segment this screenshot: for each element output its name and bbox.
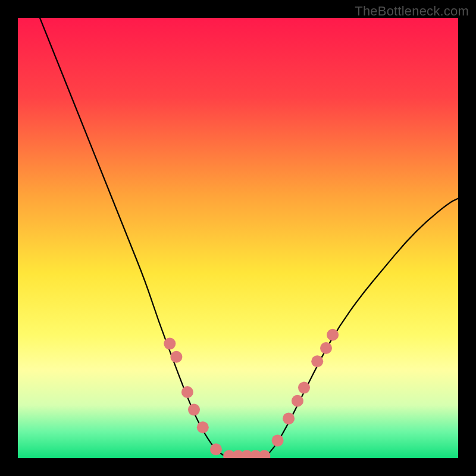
plot-area — [18, 18, 458, 458]
marker-dot — [181, 386, 193, 398]
marker-dot — [272, 434, 284, 446]
watermark-label: TheBottleneck.com — [355, 4, 469, 19]
marker-dot — [210, 443, 222, 455]
marker-dot — [298, 382, 310, 394]
marker-dot — [188, 404, 200, 416]
marker-dot — [311, 355, 323, 367]
marker-dot — [292, 395, 303, 407]
chart-svg — [18, 18, 458, 458]
marker-dot — [170, 351, 182, 363]
marker-dot — [164, 338, 176, 350]
marker-dot — [283, 412, 295, 424]
marker-dot — [320, 342, 332, 354]
marker-dot — [327, 329, 339, 341]
marker-dot — [197, 421, 209, 433]
chart-frame: TheBottleneck.com — [0, 0, 476, 476]
gradient-backdrop — [18, 18, 458, 458]
